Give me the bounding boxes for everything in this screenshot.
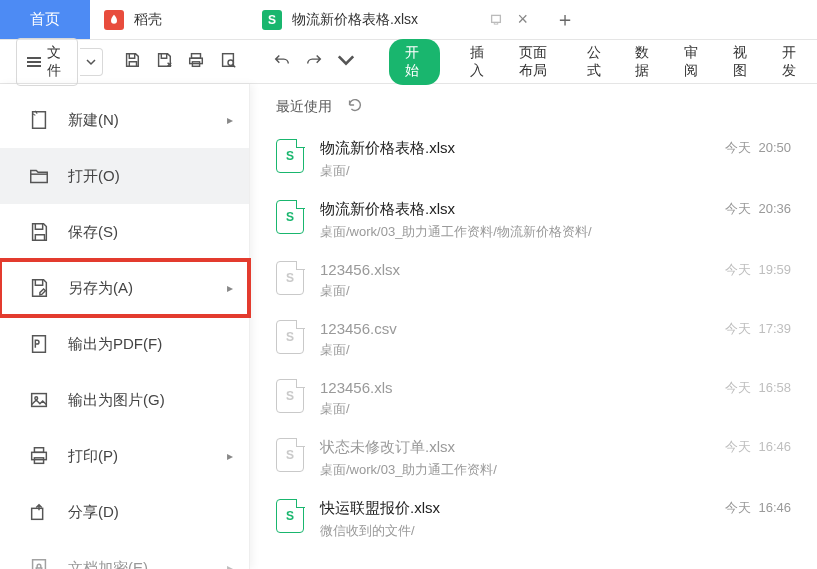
menu-label: 保存(S) (68, 223, 118, 242)
new-tab-button[interactable]: ＋ (540, 0, 590, 39)
file-time: 今天 20:36 (725, 200, 791, 218)
file-menu-panel: 新建(N) ▸ 打开(O) 保存(S) 另存为(A) ▸ 输出为PDF(F) 输… (0, 84, 250, 569)
undo-icon[interactable] (273, 51, 291, 72)
file-name: 状态未修改订单.xlsx (320, 438, 709, 457)
spreadsheet-file-icon: S (276, 499, 304, 533)
spreadsheet-file-icon: S (276, 200, 304, 234)
menu-new[interactable]: 新建(N) ▸ (0, 92, 249, 148)
menu-label: 新建(N) (68, 111, 119, 130)
file-menu-button[interactable]: 文件 (16, 38, 78, 86)
detach-icon[interactable] (489, 11, 503, 28)
svg-rect-0 (492, 15, 501, 22)
menu-export-pdf[interactable]: 输出为PDF(F) (0, 316, 249, 372)
save-icon[interactable] (123, 51, 141, 72)
daoke-icon (104, 10, 124, 30)
tab-home[interactable]: 首页 (0, 0, 90, 39)
hamburger-icon (27, 57, 41, 67)
recent-file-row[interactable]: S123456.xlsx桌面/今天 19:59 (272, 251, 795, 310)
file-name: 物流新价格表格.xlsx (320, 200, 709, 219)
chevron-right-icon: ▸ (227, 281, 233, 295)
app-tabs: 首页 稻壳 S 物流新价格表格.xlsx × ＋ (0, 0, 817, 40)
menu-label: 打印(P) (68, 447, 118, 466)
menu-save[interactable]: 保存(S) (0, 204, 249, 260)
file-path: 桌面/ (320, 282, 709, 300)
ribbon-dev[interactable]: 开发 (782, 44, 801, 80)
tab-document-label: 物流新价格表格.xlsx (292, 11, 418, 29)
recent-panel: 最近使用 S物流新价格表格.xlsx桌面/今天 20:50S物流新价格表格.xl… (250, 84, 817, 569)
file-time: 今天 16:46 (725, 499, 791, 517)
tab-document[interactable]: S 物流新价格表格.xlsx × (250, 0, 540, 39)
menu-label: 分享(D) (68, 503, 119, 522)
recent-file-row[interactable]: S快运联盟报价.xlsx微信收到的文件/今天 16:46 (272, 489, 795, 550)
recent-file-row[interactable]: S123456.xls桌面/今天 16:58 (272, 369, 795, 428)
file-name: 123456.xls (320, 379, 709, 396)
print-icon[interactable] (187, 51, 205, 72)
spreadsheet-file-icon: S (276, 320, 304, 354)
file-time: 今天 17:39 (725, 320, 791, 338)
file-info: 物流新价格表格.xlsx桌面/ (320, 139, 709, 180)
print-icon (28, 445, 50, 467)
file-path: 桌面/ (320, 162, 709, 180)
ribbon-formula[interactable]: 公式 (587, 44, 606, 80)
menu-open[interactable]: 打开(O) (0, 148, 249, 204)
file-info: 123456.xlsx桌面/ (320, 261, 709, 300)
pdf-icon (28, 333, 50, 355)
tab-home-label: 首页 (30, 10, 60, 29)
menu-label: 打开(O) (68, 167, 120, 186)
tab-daoke-label: 稻壳 (134, 11, 162, 29)
redo-icon[interactable] (305, 51, 323, 72)
ribbon-start[interactable]: 开始 (389, 39, 440, 85)
file-path: 微信收到的文件/ (320, 522, 709, 540)
save-as-icon[interactable] (155, 51, 173, 72)
file-name: 123456.csv (320, 320, 709, 337)
menu-encrypt[interactable]: 文档加密(E) ▸ (0, 540, 249, 569)
file-menu-dropdown[interactable] (80, 48, 103, 76)
tab-daoke[interactable]: 稻壳 (90, 0, 250, 39)
svg-rect-3 (190, 58, 203, 63)
chevron-right-icon: ▸ (227, 561, 233, 569)
redo-dropdown[interactable] (337, 51, 355, 72)
chevron-right-icon: ▸ (227, 449, 233, 463)
menu-print[interactable]: 打印(P) ▸ (0, 428, 249, 484)
spreadsheet-file-icon: S (276, 139, 304, 173)
recent-file-row[interactable]: S123456.csv桌面/今天 17:39 (272, 310, 795, 369)
file-time: 今天 20:50 (725, 139, 791, 157)
image-icon (28, 389, 50, 411)
toolbar: 文件 开始 插入 页面布局 公式 数据 审阅 视图 开发 (0, 40, 817, 84)
refresh-icon[interactable] (346, 96, 364, 117)
ribbon: 开始 插入 页面布局 公式 数据 审阅 视图 开发 (389, 39, 801, 85)
menu-share[interactable]: 分享(D) (0, 484, 249, 540)
svg-rect-13 (34, 458, 43, 464)
spreadsheet-file-icon: S (276, 379, 304, 413)
file-time: 今天 16:58 (725, 379, 791, 397)
ribbon-layout[interactable]: 页面布局 (519, 44, 557, 80)
close-icon[interactable]: × (517, 9, 528, 30)
recent-file-row[interactable]: S状态未修改订单.xlsx桌面/work/03_助力通工作资料/今天 16:46 (272, 428, 795, 489)
open-icon (28, 165, 50, 187)
preview-icon[interactable] (219, 51, 237, 72)
ribbon-insert[interactable]: 插入 (470, 44, 489, 80)
file-name: 快运联盟报价.xlsx (320, 499, 709, 518)
menu-save-as[interactable]: 另存为(A) ▸ (0, 260, 249, 316)
file-time: 今天 16:46 (725, 438, 791, 456)
menu-label: 另存为(A) (68, 279, 133, 298)
spreadsheet-file-icon: S (276, 261, 304, 295)
file-info: 123456.csv桌面/ (320, 320, 709, 359)
new-icon (28, 109, 50, 131)
menu-export-image[interactable]: 输出为图片(G) (0, 372, 249, 428)
save-as-icon (28, 277, 50, 299)
file-info: 物流新价格表格.xlsx桌面/work/03_助力通工作资料/物流新价格资料/ (320, 200, 709, 241)
ribbon-data[interactable]: 数据 (635, 44, 654, 80)
file-path: 桌面/work/03_助力通工作资料/ (320, 461, 709, 479)
recent-file-row[interactable]: S物流新价格表格.xlsx桌面/work/03_助力通工作资料/物流新价格资料/… (272, 190, 795, 251)
lock-icon (28, 557, 50, 569)
file-path: 桌面/work/03_助力通工作资料/物流新价格资料/ (320, 223, 709, 241)
recent-file-row[interactable]: S物流新价格表格.xlsx桌面/今天 20:50 (272, 129, 795, 190)
ribbon-review[interactable]: 审阅 (684, 44, 703, 80)
spreadsheet-file-icon: S (276, 438, 304, 472)
svg-rect-14 (32, 508, 43, 519)
file-time: 今天 19:59 (725, 261, 791, 279)
recent-header: 最近使用 (276, 96, 795, 117)
ribbon-view[interactable]: 视图 (733, 44, 752, 80)
file-name: 123456.xlsx (320, 261, 709, 278)
